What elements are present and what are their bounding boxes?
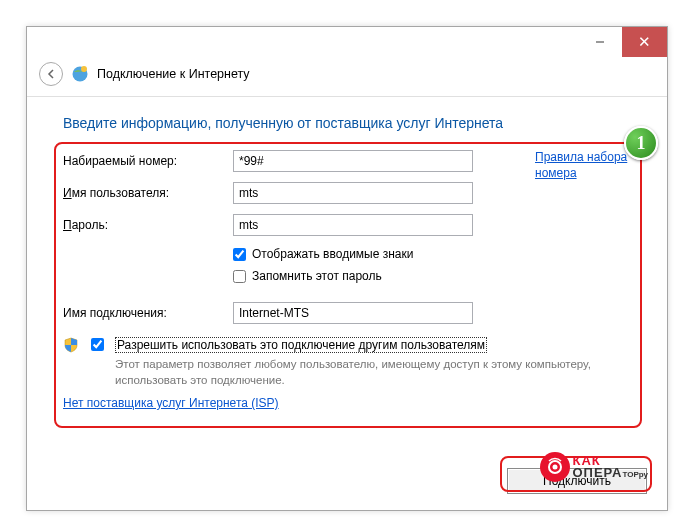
page-heading: Введите информацию, полученную от постав… (63, 115, 639, 131)
annotation-step-badge: 1 (624, 126, 658, 160)
dial-number-label: Набираемый номер: (63, 154, 233, 168)
wizard-window: ✕ Подключение к Интернету Введите информ… (26, 26, 668, 511)
show-chars-checkbox[interactable] (233, 248, 246, 261)
allow-all-users-description: Этот параметр позволяет любому пользоват… (115, 356, 595, 388)
shield-icon (63, 337, 79, 353)
username-input[interactable] (233, 182, 473, 204)
close-button[interactable]: ✕ (622, 27, 667, 57)
content-area: Введите информацию, полученную от постав… (27, 97, 667, 420)
header: Подключение к Интернету (27, 57, 667, 97)
minimize-button[interactable] (577, 27, 622, 57)
window-title: Подключение к Интернету (97, 67, 250, 81)
remember-password-checkbox[interactable] (233, 270, 246, 283)
watermark: КАК ОПЕРАТОРру (540, 452, 648, 482)
back-button[interactable] (39, 62, 63, 86)
remember-password-label: Запомнить этот пароль (252, 269, 382, 283)
dial-number-input[interactable] (233, 150, 473, 172)
username-label: Имя пользователя: (63, 186, 233, 200)
connection-name-label: Имя подключения: (63, 306, 233, 320)
allow-all-users-checkbox[interactable] (91, 338, 104, 351)
no-isp-link[interactable]: Нет поставщика услуг Интернета (ISP) (63, 396, 279, 410)
watermark-icon (540, 452, 570, 482)
svg-point-4 (553, 465, 558, 470)
titlebar: ✕ (27, 27, 667, 57)
connection-name-input[interactable] (233, 302, 473, 324)
password-input[interactable] (233, 214, 473, 236)
svg-point-2 (81, 66, 87, 72)
password-label: Пароль: (63, 218, 233, 232)
show-chars-label: Отображать вводимые знаки (252, 247, 413, 261)
globe-icon (71, 65, 89, 83)
allow-all-users-label: Разрешить использовать это подключение д… (115, 337, 487, 353)
